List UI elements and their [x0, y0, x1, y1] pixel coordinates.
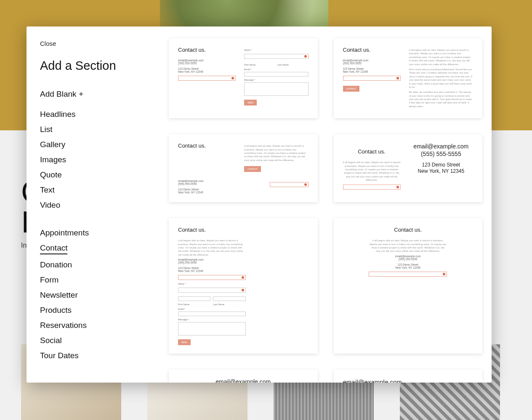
contact-preview-1[interactable]: Contact us. email@example.com (555) 555-… — [169, 38, 318, 118]
category-tour-dates[interactable]: Tour Dates — [40, 351, 79, 360]
preview-phone: (555) 555-5555 — [178, 62, 236, 65]
category-newsletter[interactable]: Newsletter — [40, 291, 78, 300]
category-gallery[interactable]: Gallery — [40, 140, 65, 149]
category-reservations[interactable]: Reservations — [40, 321, 87, 330]
preview-addr2: New York, NY 12345 — [178, 70, 236, 73]
category-headlines[interactable]: Headlines — [40, 110, 76, 119]
contact-preview-5[interactable]: Contact us. It all begins with an idea. … — [169, 218, 318, 354]
contact-preview-8[interactable]: email@example.com (555) 555-5555 123 Dem… — [334, 370, 483, 383]
contact-preview-6[interactable]: Contact us. It all begins with an idea. … — [334, 218, 483, 354]
contact-preview-4[interactable]: Contact us. It all begins with an idea. … — [334, 134, 483, 202]
category-quote[interactable]: Quote — [40, 170, 62, 180]
preview-heading: Contact us. — [178, 47, 236, 53]
category-video[interactable]: Video — [40, 201, 60, 210]
category-text[interactable]: Text — [40, 185, 55, 195]
contact-preview-2[interactable]: Contact us. email@example.com (555) 555-… — [334, 38, 483, 118]
add-section-modal: Close Add a Section Add Blank + Headline… — [27, 26, 492, 383]
bg-subtitle: In — [21, 242, 27, 249]
close-button[interactable]: Close — [40, 40, 161, 47]
category-appointments[interactable]: Appointments — [40, 228, 89, 238]
category-contact[interactable]: Contact — [40, 243, 67, 254]
category-products[interactable]: Products — [40, 306, 72, 315]
contact-preview-7[interactable]: email@example.com (555) 555-5555 123 Dem… — [169, 370, 318, 383]
preview-email: email@example.com — [178, 59, 236, 62]
category-images[interactable]: Images — [40, 155, 66, 164]
category-list[interactable]: Add Blank + HeadlinesListGalleryImagesQu… — [40, 90, 161, 374]
category-social[interactable]: Social — [40, 336, 62, 345]
modal-sidebar: Close Add a Section Add Blank + Headline… — [27, 26, 161, 383]
add-blank-button[interactable]: Add Blank + — [40, 90, 158, 99]
modal-title: Add a Section — [40, 59, 161, 73]
preview-grid: Contact us. email@example.com (555) 555-… — [169, 38, 482, 383]
category-donation[interactable]: Donation — [40, 260, 72, 269]
contact-preview-3[interactable]: Contact us. It all begins with an idea. … — [169, 134, 318, 202]
category-form[interactable]: Form — [40, 275, 59, 285]
preview-addr1: 123 Demo Street — [178, 67, 236, 70]
section-preview-area[interactable]: Contact us. email@example.com (555) 555-… — [161, 26, 492, 383]
category-list[interactable]: List — [40, 125, 53, 134]
